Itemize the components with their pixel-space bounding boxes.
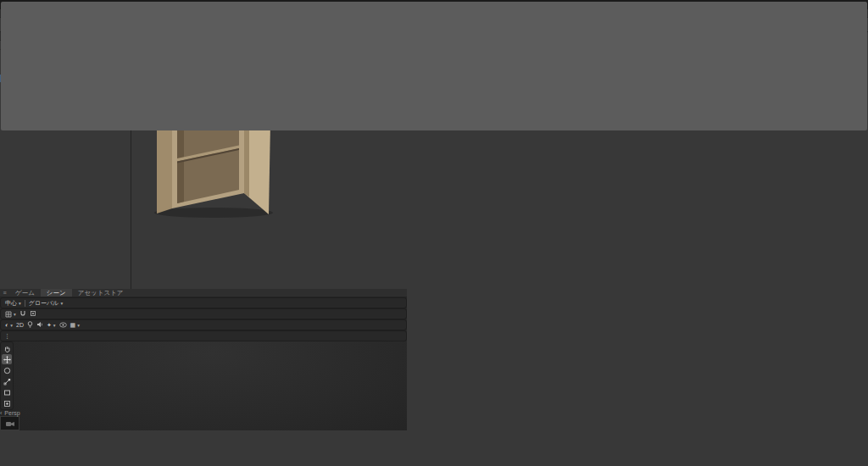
projection-label[interactable]: ‹ Persp	[0, 410, 407, 416]
orientation-dropdown[interactable]: グローバル▾	[29, 299, 63, 308]
snap-button[interactable]	[19, 310, 26, 318]
view-options-overlay: ◐▾ 2D ✦▾ ▦▾	[0, 319, 407, 330]
unity-editor-window: Booth Item - SampleScene - Windows, Mac,…	[0, 0, 868, 466]
lighting-toggle[interactable]	[27, 321, 33, 329]
transform-icon	[3, 400, 11, 408]
scene-tabbar: ≡ ゲーム シーン アセットストア	[0, 289, 407, 297]
scene-overlay-menu: ⋮	[0, 330, 407, 341]
scene-viewport[interactable]: 中心▾ グローバル▾ ▾	[0, 297, 407, 430]
audio-toggle[interactable]	[36, 321, 43, 329]
overlay-kebab-icon[interactable]: ⋮	[4, 333, 10, 340]
tab-asset-store[interactable]: アセットストア	[72, 289, 130, 297]
pivot-dropdown[interactable]: 中心▾	[5, 299, 21, 308]
increment-snap-button[interactable]	[30, 310, 36, 318]
move-icon	[3, 356, 11, 363]
rect-icon	[3, 389, 11, 397]
eye-icon	[59, 322, 67, 328]
scene-panel: ≡ ゲーム シーン アセットストア	[0, 289, 407, 466]
speaker-icon	[36, 321, 43, 328]
light-bulb-icon	[27, 321, 33, 328]
scrollbar-thumb[interactable]	[1, 2, 867, 130]
magnet-icon	[19, 310, 26, 317]
shading-mode-dropdown[interactable]: ◐▾	[5, 322, 13, 328]
hidden-objects-toggle[interactable]	[59, 322, 67, 329]
rect-tool-button[interactable]	[2, 387, 12, 397]
transform-tool-button[interactable]	[2, 398, 12, 408]
pane-menu-icon[interactable]: ≡	[0, 289, 9, 297]
tab-scene[interactable]: シーン	[41, 289, 72, 297]
rotate-icon	[3, 367, 11, 374]
2d-toggle[interactable]: 2D	[16, 322, 24, 328]
rotate-tool-button[interactable]	[2, 365, 12, 375]
move-tool-button[interactable]	[2, 354, 12, 364]
view-tool-button[interactable]	[2, 343, 12, 353]
tools-overlay	[0, 341, 14, 410]
grid-icon	[5, 311, 12, 318]
hand-icon	[3, 345, 11, 352]
snap-move-icon	[30, 310, 36, 317]
tab-game[interactable]: ゲーム	[9, 289, 41, 297]
grid-visibility-button[interactable]: ▾	[5, 311, 16, 318]
camera-preview[interactable]	[0, 416, 19, 430]
camera-icon	[6, 420, 14, 427]
effects-dropdown[interactable]: ✦▾	[47, 322, 56, 329]
tool-settings-overlay: 中心▾ グローバル▾	[0, 297, 407, 308]
grid-snap-overlay: ▾	[0, 308, 407, 319]
gizmos-dropdown[interactable]: ▦▾	[70, 322, 80, 329]
scale-icon	[3, 378, 11, 386]
scale-tool-button[interactable]	[2, 376, 12, 386]
